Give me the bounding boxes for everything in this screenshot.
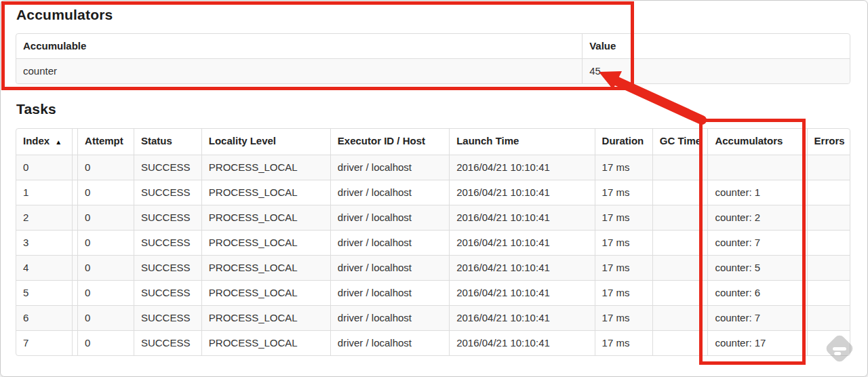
col-header-attempt[interactable]: Attempt <box>77 129 134 155</box>
col-header-gc-time[interactable]: GC Time <box>652 129 708 155</box>
cell-locality-level: PROCESS_LOCAL <box>201 305 330 330</box>
cell-id: 1 <box>72 180 78 205</box>
task-row: 5 5 0 SUCCESS PROCESS_LOCAL driver / loc… <box>16 280 850 305</box>
cell-value: 45 <box>582 58 850 83</box>
cell-accumulators: counter: 2 <box>707 205 806 230</box>
col-header-accumulable: Accumulable <box>16 34 582 58</box>
cell-status: SUCCESS <box>134 330 201 355</box>
task-row: 7 7 0 SUCCESS PROCESS_LOCAL driver / loc… <box>16 330 850 355</box>
cell-executor: driver / localhost <box>330 305 449 330</box>
col-header-launch-time[interactable]: Launch Time <box>449 129 594 155</box>
cell-id: 5 <box>72 280 78 305</box>
cell-launch-time: 2016/04/21 10:10:41 <box>449 305 594 330</box>
cell-locality-level: PROCESS_LOCAL <box>201 180 330 205</box>
cell-id: 4 <box>72 255 78 280</box>
cell-accumulators: counter: 6 <box>707 280 806 305</box>
task-row: 4 4 0 SUCCESS PROCESS_LOCAL driver / loc… <box>16 255 850 280</box>
cell-launch-time: 2016/04/21 10:10:41 <box>449 255 594 280</box>
col-header-accumulators[interactable]: Accumulators <box>707 129 806 155</box>
cell-attempt: 0 <box>77 230 134 255</box>
cell-accumulators: counter: 7 <box>707 305 806 330</box>
tasks-table: Index▲ ID Attempt Status Locality Level … <box>16 128 850 356</box>
cell-status: SUCCESS <box>134 205 201 230</box>
cell-accumulators: counter: 7 <box>707 230 806 255</box>
cell-index: 5 <box>16 280 72 305</box>
col-header-executor[interactable]: Executor ID / Host <box>330 129 449 155</box>
cell-attempt: 0 <box>77 155 134 180</box>
cell-status: SUCCESS <box>134 280 201 305</box>
cell-duration: 17 ms <box>595 305 652 330</box>
cell-accumulators <box>707 155 806 180</box>
cell-id: 3 <box>72 230 78 255</box>
accumulators-section-title: Accumulators <box>16 7 113 23</box>
cell-accumulators: counter: 5 <box>707 255 806 280</box>
cell-attempt: 0 <box>77 280 134 305</box>
cell-errors <box>807 330 850 355</box>
tasks-header-row: Index▲ ID Attempt Status Locality Level … <box>16 129 850 155</box>
sort-ascending-icon: ▲ <box>55 138 62 146</box>
cell-id: 0 <box>72 155 78 180</box>
cell-gc-time <box>652 280 708 305</box>
cell-status: SUCCESS <box>134 230 201 255</box>
cell-index: 1 <box>16 180 72 205</box>
cell-id: 6 <box>72 305 78 330</box>
col-header-duration[interactable]: Duration <box>595 129 652 155</box>
cell-locality-level: PROCESS_LOCAL <box>201 155 330 180</box>
cell-attempt: 0 <box>77 255 134 280</box>
cell-attempt: 0 <box>77 330 134 355</box>
cell-index: 2 <box>16 205 72 230</box>
col-header-locality-level[interactable]: Locality Level <box>201 129 330 155</box>
cell-gc-time <box>652 180 708 205</box>
cell-executor: driver / localhost <box>330 180 449 205</box>
cell-duration: 17 ms <box>595 280 652 305</box>
cell-executor: driver / localhost <box>330 205 449 230</box>
col-header-errors[interactable]: Errors <box>807 129 850 155</box>
col-header-index[interactable]: Index▲ <box>16 129 72 155</box>
cell-duration: 17 ms <box>595 180 652 205</box>
cell-errors <box>807 280 850 305</box>
cell-index: 3 <box>16 230 72 255</box>
tasks-section-title: Tasks <box>16 101 56 117</box>
accumulators-header-row: Accumulable Value <box>16 34 850 58</box>
cell-locality-level: PROCESS_LOCAL <box>201 230 330 255</box>
cell-id: 7 <box>72 330 78 355</box>
cell-accumulable: counter <box>16 58 582 83</box>
cell-id: 2 <box>72 205 78 230</box>
cell-errors <box>807 230 850 255</box>
cell-index: 7 <box>16 330 72 355</box>
cell-locality-level: PROCESS_LOCAL <box>201 205 330 230</box>
cell-duration: 17 ms <box>595 330 652 355</box>
accumulator-row: counter 45 <box>16 58 850 83</box>
col-header-index-label: Index <box>23 135 50 146</box>
cell-gc-time <box>652 205 708 230</box>
task-row: 6 6 0 SUCCESS PROCESS_LOCAL driver / loc… <box>16 305 850 330</box>
cell-status: SUCCESS <box>134 180 201 205</box>
cell-errors <box>807 305 850 330</box>
cell-duration: 17 ms <box>595 255 652 280</box>
cell-gc-time <box>652 305 708 330</box>
cell-locality-level: PROCESS_LOCAL <box>201 330 330 355</box>
task-row: 1 1 0 SUCCESS PROCESS_LOCAL driver / loc… <box>16 180 850 205</box>
cell-launch-time: 2016/04/21 10:10:41 <box>449 230 594 255</box>
cell-executor: driver / localhost <box>330 230 449 255</box>
task-row: 0 0 0 SUCCESS PROCESS_LOCAL driver / loc… <box>16 155 850 180</box>
cell-gc-time <box>652 155 708 180</box>
cell-executor: driver / localhost <box>330 330 449 355</box>
cell-attempt: 0 <box>77 180 134 205</box>
cell-errors <box>807 155 850 180</box>
cell-index: 4 <box>16 255 72 280</box>
col-header-status[interactable]: Status <box>134 129 201 155</box>
cell-gc-time <box>652 330 708 355</box>
cell-launch-time: 2016/04/21 10:10:41 <box>449 330 594 355</box>
cell-executor: driver / localhost <box>330 155 449 180</box>
cell-locality-level: PROCESS_LOCAL <box>201 255 330 280</box>
col-header-id[interactable]: ID <box>72 129 78 155</box>
cell-launch-time: 2016/04/21 10:10:41 <box>449 180 594 205</box>
cell-executor: driver / localhost <box>330 280 449 305</box>
cell-duration: 17 ms <box>595 230 652 255</box>
task-row: 2 2 0 SUCCESS PROCESS_LOCAL driver / loc… <box>16 205 850 230</box>
cell-duration: 17 ms <box>595 155 652 180</box>
cell-attempt: 0 <box>77 205 134 230</box>
cell-index: 0 <box>16 155 72 180</box>
cell-duration: 17 ms <box>595 205 652 230</box>
